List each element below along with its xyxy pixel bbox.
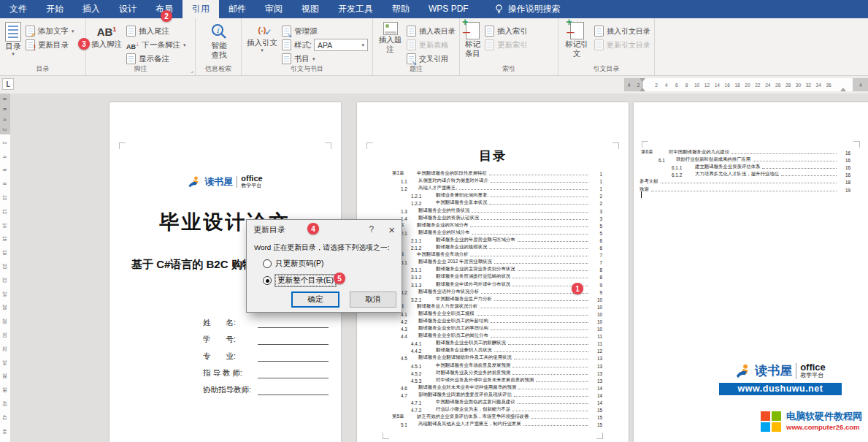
toc-entry-page: 11 (591, 341, 602, 346)
toc-dot-leader (651, 191, 837, 191)
computer26-watermark: 电脑软硬件教程网 www.computer26.com (761, 411, 862, 433)
insert-index-button[interactable]: 插入索引 (483, 24, 530, 38)
manage-sources-button[interactable]: 管理源 (280, 24, 370, 38)
toc-entry-page: 11 (591, 334, 602, 339)
ribbon-tab[interactable]: 插入 (73, 0, 110, 18)
field-label: 协助指导教师: (203, 385, 256, 395)
ribbon-tab[interactable]: 设计 (110, 0, 146, 18)
insert-citation-label: 插入引文 (247, 38, 277, 47)
vertical-ruler: 8642 24681012141618202224262830323436384… (0, 94, 10, 442)
ribbon-tab[interactable]: 开始 (37, 0, 73, 18)
insert-endnote-button[interactable]: 插入尾注 (124, 24, 188, 38)
add-text-button[interactable]: 添加文字 ▾ (23, 24, 77, 38)
ribbon-tab[interactable]: 文件 (0, 0, 37, 18)
toc-entry-title: 中国翻译服务业面临的主要问题及建议 (436, 399, 515, 405)
tab-stop-selector[interactable]: L (2, 78, 14, 90)
insert-table-of-figures-button[interactable]: 插入表目录 (404, 24, 458, 38)
cancel-button[interactable]: 取消 (350, 292, 396, 308)
toc-entry-page: 1 (591, 172, 602, 177)
ruler-number: 36 (823, 83, 834, 88)
toc-entry: 4.4.1 翻译服务企业全职员工的薪酬状况 11 (392, 339, 602, 346)
next-footnote-button[interactable]: AB↓ 下一条脚注 ▾ (124, 38, 188, 52)
next-footnote-label: 下一条脚注 (142, 40, 181, 50)
watermark-url: www.computer26.com (786, 422, 862, 433)
smart-lookup-button[interactable]: i 智能 查找 (207, 20, 231, 61)
ribbon: 目录 ▾ 添加文字 ▾ 更新目录 目录 (0, 18, 868, 76)
toc-entry-title: 对中译外业务及外译中业务未来发展前景的预测 (436, 377, 534, 384)
insert-footnote-label: 插入脚注 (91, 39, 122, 49)
ok-button[interactable]: 确定 (291, 292, 339, 308)
field-blank-line (258, 386, 329, 395)
toc-button[interactable]: 目录 ▾ (3, 20, 23, 58)
toc-entry-title: 翻译服务业语种分布状况分析 (418, 289, 479, 295)
toc-dot-leader (518, 270, 588, 271)
cover-fields: 姓 名: 学 号: 专 业: 指 导 教 师: (203, 311, 329, 395)
radio-update-page-numbers[interactable]: 只更新页码(P) (263, 259, 324, 269)
toc-dot-leader (489, 204, 588, 205)
logo-divider (796, 363, 796, 379)
radio-selected-icon[interactable] (263, 276, 272, 285)
style-value: APA (318, 41, 332, 50)
toc-entry-title: 翻译服务企业的年度营业额与区域分布 (436, 237, 515, 243)
toc-entry-title: 翻译服务业务所涵盖行业范畴的状况 (436, 273, 510, 280)
toc-entry-title: 大力培养多元化人才队伍，提升行业地位 (695, 171, 779, 178)
chevron-down-icon: ▾ (361, 42, 364, 47)
insert-citation-button[interactable]: (-) 插入引文 ▾ (245, 20, 280, 54)
insert-footnote-button[interactable]: AB1 插入脚注 (89, 20, 124, 50)
ribbon-tab[interactable]: 视图 (292, 0, 329, 18)
mark-citation-button[interactable]: 标记引文 (561, 20, 592, 60)
field-label: 学 号: (203, 335, 256, 345)
dialog-help-button[interactable]: ? (369, 224, 375, 235)
mark-entry-label-2: 条目 (465, 49, 480, 58)
ruler-number: 34 (0, 356, 10, 370)
ruler-number: 24 (763, 83, 773, 88)
show-notes-label: 显示备注 (139, 54, 169, 64)
toc-entry-title: 翻译服务企业全职员工的年龄结构 (418, 318, 488, 324)
chevron-down-icon: ▾ (12, 51, 15, 56)
citation-style-select[interactable]: APA ▾ (314, 39, 368, 51)
dushuwu-person-icon (188, 175, 201, 188)
dialog-titlebar[interactable]: 更新目录 ? × (247, 220, 402, 239)
document-page-3[interactable]: 第6章 对中国翻译服务业的几点建议 16 6.1 鼓励行业创新和创新成果的推广应… (634, 102, 868, 442)
toc-field[interactable]: 第1章 中国翻译服务业的阶段性发展特征 1 1.1 从侧重对内译介转为侧重对外译… (392, 169, 602, 427)
toc-entry-number: 4.7 (401, 393, 418, 398)
ruler-number: 22 (753, 83, 763, 88)
hanging-indent-marker[interactable] (640, 88, 645, 91)
mark-citation-label: 标记引文 (564, 39, 590, 58)
radio-update-entire-toc[interactable]: 更新整个目录(E) (263, 275, 336, 286)
dialog-close-button[interactable]: × (388, 224, 395, 236)
toc-entry: 3.1.1 翻译服务企业的主营业务类别分布状况 8 (392, 265, 602, 273)
ribbon-tab[interactable]: 帮助 (383, 0, 419, 18)
update-toc-button[interactable]: 更新目录 (23, 38, 77, 52)
ribbon-tab[interactable]: 审阅 (256, 0, 292, 18)
insert-table-of-authorities-button[interactable]: 插入引文目录 (592, 24, 653, 38)
logo-office: office (241, 175, 262, 182)
toc-field-continued[interactable]: 第6章 对中国翻译服务业的几点建议 16 6.1 鼓励行业创新和创新成果的推广应… (640, 148, 850, 193)
tell-me-search[interactable]: 操作说明搜索 (494, 0, 561, 18)
toc-entry-page: 14 (591, 393, 602, 398)
toc-entry: 4.5 翻译服务企业翻译辅助软件及工具的使用状况 13 (392, 354, 602, 361)
ribbon-tab[interactable]: WPS PDF (419, 0, 478, 18)
first-line-indent-marker[interactable] (640, 78, 645, 82)
radio-icon[interactable] (263, 259, 272, 268)
right-indent-marker[interactable] (840, 88, 846, 91)
horizontal-ruler: 42 24681012141618202224262830323436 4 (624, 78, 868, 91)
ribbon-tab[interactable]: 邮件 (219, 0, 256, 18)
toc-entry-number: 4.1 (401, 312, 418, 317)
toc-dot-leader (512, 374, 588, 375)
toc-entry-number: 1.4 (401, 216, 418, 221)
ruler-number: 6 (4, 104, 7, 115)
toc-entry-page: 3 (591, 216, 602, 221)
toc-entry: 1.2.2 中国翻译服务业基本状况 2 (392, 199, 602, 206)
ribbon-tab[interactable]: 开发工具 (329, 0, 383, 18)
toc-entry-number: 4.4 (401, 334, 418, 339)
bibliography-label: 书目 (294, 54, 310, 64)
mark-entry-button[interactable]: 标记 条目 (463, 20, 483, 60)
toc-entry: 3.1 翻译服务企业 2012 年度营业额状况 7 (392, 258, 602, 265)
toc-dot-leader (477, 315, 588, 316)
toc-entry-page: 16 (839, 158, 850, 163)
insert-caption-button[interactable]: 插入题注 (376, 20, 404, 56)
step-badge-4: 4 (307, 223, 319, 235)
ribbon-tab[interactable]: 引用 (183, 0, 219, 18)
toc-entry-number: 6.1.2 (672, 172, 695, 178)
